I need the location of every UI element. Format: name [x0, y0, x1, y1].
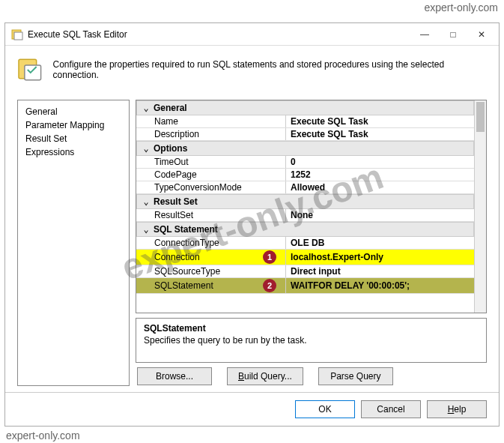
propgrid-value[interactable]: None — [286, 209, 474, 221]
task-icon — [11, 28, 23, 40]
propgrid-row-sqlstatement[interactable]: SQLStatement2WAITFOR DELAY '00:00:05'; — [136, 278, 474, 294]
sidebar-item-general[interactable]: General — [21, 105, 126, 118]
property-grid: ⌄GeneralNameExecute SQL TaskDescriptionE… — [136, 100, 487, 313]
propgrid-value[interactable]: Allowed — [286, 181, 474, 193]
sidebar-item-result-set[interactable]: Result Set — [21, 132, 126, 145]
close-button[interactable]: ✕ — [467, 24, 496, 45]
watermark-top: expert-only.com — [424, 1, 498, 13]
propgrid-label: Connection1 — [136, 250, 286, 265]
build-query-button[interactable]: Build Query... — [227, 367, 303, 385]
description-text: Specifies the query to be run by the tas… — [144, 335, 479, 346]
description-panel: SQLStatement Specifies the query to be r… — [136, 318, 487, 363]
propgrid-row-typeconversionmode[interactable]: TypeConversionModeAllowed — [136, 181, 474, 194]
propgrid-category-sql-statement[interactable]: ⌄SQL Statement — [136, 222, 474, 237]
propgrid-category-result-set[interactable]: ⌄Result Set — [136, 194, 474, 209]
collapse-icon[interactable]: ⌄ — [142, 196, 151, 207]
propgrid-label: TimeOut — [136, 156, 286, 168]
category-label: General — [154, 103, 187, 113]
help-button[interactable]: Help — [427, 400, 487, 418]
sidebar-item-expressions[interactable]: Expressions — [21, 145, 126, 159]
propgrid-label: ConnectionType — [136, 237, 286, 249]
sidebar: General Parameter Mapping Result Set Exp… — [17, 100, 130, 386]
propgrid-label: Description — [136, 128, 286, 140]
collapse-icon[interactable]: ⌄ — [142, 103, 151, 113]
maximize-button[interactable]: □ — [439, 24, 467, 45]
window-title: Execute SQL Task Editor — [28, 29, 410, 40]
propgrid-category-general[interactable]: ⌄General — [136, 100, 474, 115]
propgrid-label: CodePage — [136, 169, 286, 181]
propgrid-row-name[interactable]: NameExecute SQL Task — [136, 115, 474, 128]
propgrid-label: Name — [136, 115, 286, 127]
collapse-icon[interactable]: ⌄ — [142, 143, 151, 154]
category-label: SQL Statement — [154, 224, 218, 235]
svg-rect-1 — [14, 32, 22, 40]
propgrid-value[interactable]: Execute SQL Task — [286, 115, 474, 127]
scrollbar-thumb[interactable] — [476, 102, 485, 132]
header: Configure the properties required to run… — [5, 46, 499, 94]
callout-badge-2: 2 — [263, 279, 276, 292]
watermark-bottom: expert-only.com — [6, 430, 80, 442]
parse-query-button[interactable]: Parse Query — [318, 367, 393, 385]
propgrid-label: SQLSourceType — [136, 265, 286, 277]
propgrid-value[interactable]: 0 — [286, 156, 474, 168]
propgrid-value[interactable]: OLE DB — [286, 237, 474, 249]
description-title: SQLStatement — [144, 323, 479, 334]
propgrid-row-connectiontype[interactable]: ConnectionTypeOLE DB — [136, 237, 474, 250]
category-label: Result Set — [154, 196, 198, 207]
propgrid-label: TypeConversionMode — [136, 181, 286, 193]
browse-button[interactable]: Browse... — [137, 367, 212, 385]
minimize-button[interactable]: — — [410, 24, 439, 45]
propgrid-row-description[interactable]: DescriptionExecute SQL Task — [136, 128, 474, 141]
propgrid-value[interactable]: WAITFOR DELAY '00:00:05'; — [286, 278, 474, 293]
propgrid-row-timeout[interactable]: TimeOut0 — [136, 156, 474, 169]
sidebar-item-parameter-mapping[interactable]: Parameter Mapping — [21, 118, 126, 132]
collapse-icon[interactable]: ⌄ — [142, 224, 151, 235]
propgrid-row-sqlsourcetype[interactable]: SQLSourceTypeDirect input — [136, 265, 474, 278]
propgrid-value[interactable]: Execute SQL Task — [286, 128, 474, 140]
task-large-icon — [17, 56, 44, 83]
propgrid-category-options[interactable]: ⌄Options — [136, 141, 474, 156]
cancel-button[interactable]: Cancel — [361, 400, 421, 418]
svg-rect-3 — [25, 65, 41, 80]
propgrid-row-resultset[interactable]: ResultSetNone — [136, 209, 474, 222]
propgrid-label: SQLStatement2 — [136, 278, 286, 293]
titlebar: Execute SQL Task Editor — □ ✕ — [5, 23, 499, 46]
propgrid-label: ResultSet — [136, 209, 286, 221]
editor-window: Execute SQL Task Editor — □ ✕ Configure … — [4, 22, 500, 427]
propgrid-value[interactable]: 1252 — [286, 169, 474, 181]
propgrid-row-codepage[interactable]: CodePage1252 — [136, 169, 474, 181]
propgrid-row-connection[interactable]: Connection1localhost.Expert-Only — [136, 250, 474, 265]
scrollbar[interactable] — [474, 100, 486, 313]
callout-badge-1: 1 — [263, 250, 276, 264]
category-label: Options — [154, 143, 187, 154]
header-description: Configure the properties required to run… — [53, 59, 487, 80]
ok-button[interactable]: OK — [295, 400, 355, 418]
propgrid-value[interactable]: Direct input — [286, 265, 474, 277]
propgrid-value[interactable]: localhost.Expert-Only — [286, 250, 474, 265]
footer: OK Cancel Help — [5, 392, 499, 426]
